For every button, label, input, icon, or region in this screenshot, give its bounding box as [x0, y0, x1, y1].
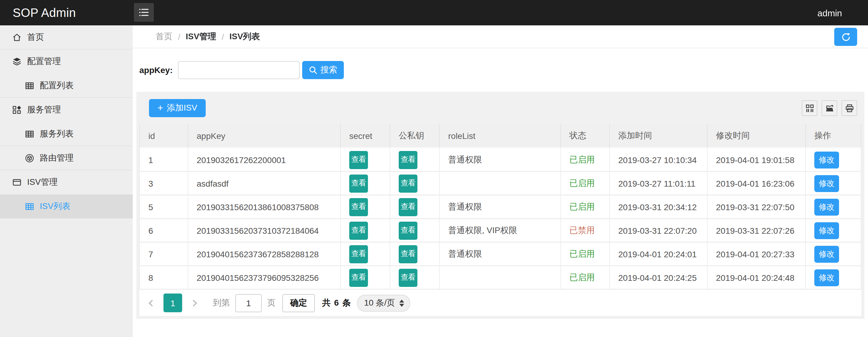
table-row: 7 20190401562373672858288128 查看 查看 普通权限 …: [140, 243, 861, 266]
cell-appkey: 2019032617262200001: [188, 148, 341, 172]
sidebar-item-service-list[interactable]: 服务列表: [0, 122, 133, 146]
column-header-appkey: appKey: [188, 124, 341, 148]
breadcrumb-home[interactable]: 首页: [156, 31, 173, 42]
cell-id: 8: [140, 266, 188, 290]
status-badge: 已启用: [569, 249, 595, 258]
app-title: SOP Admin: [13, 6, 76, 20]
cell-addtime: 2019-04-01 20:24:01: [610, 243, 708, 266]
view-secret-button[interactable]: 查看: [349, 198, 368, 216]
sidebar-item-service-mgmt[interactable]: 服务管理: [0, 98, 133, 122]
edit-button[interactable]: 修改: [814, 198, 839, 215]
view-keys-button[interactable]: 查看: [399, 221, 417, 240]
columns-icon: [805, 104, 814, 113]
add-isv-button[interactable]: + 添加ISV: [149, 99, 206, 117]
edit-button[interactable]: 修改: [814, 151, 839, 168]
cell-updatetime: 2019-04-01 20:24:48: [708, 266, 806, 290]
cell-addtime: 2019-03-31 20:34:12: [610, 196, 708, 219]
page-size-select[interactable]: 10 条/页: [357, 294, 410, 311]
sidebar-item-label: 配置列表: [40, 80, 73, 91]
cell-status: 已启用: [561, 266, 610, 290]
status-badge: 已启用: [569, 178, 595, 188]
cell-status: 已启用: [561, 148, 610, 172]
edit-button[interactable]: 修改: [814, 222, 839, 239]
cell-keys: 查看: [390, 219, 440, 243]
view-secret-button[interactable]: 查看: [349, 269, 368, 287]
view-secret-button[interactable]: 查看: [349, 151, 368, 169]
sidebar-item-isv-mgmt[interactable]: ISV管理: [0, 170, 133, 194]
prev-page-button[interactable]: [146, 293, 158, 312]
app-root: SOP Admin admin 首页: [0, 0, 868, 337]
sidebar-item-home[interactable]: 首页: [0, 25, 133, 50]
sidebar-item-config-list[interactable]: 配置列表: [0, 74, 133, 98]
export-button[interactable]: [822, 100, 837, 116]
confirm-button[interactable]: 确定: [282, 294, 315, 312]
cube-icon: [25, 153, 34, 163]
column-header-status: 状态: [561, 124, 610, 148]
isv-table: id appKey secret 公私钥 roleList 状态 添加时间 修改…: [140, 124, 861, 290]
cell-status: 已启用: [561, 196, 610, 219]
view-secret-button[interactable]: 查看: [349, 174, 368, 192]
appkey-input[interactable]: [178, 61, 300, 79]
search-button[interactable]: 搜索: [302, 61, 344, 79]
column-header-addtime: 添加时间: [610, 124, 708, 148]
next-page-button[interactable]: [188, 293, 200, 312]
current-user[interactable]: admin: [817, 7, 842, 18]
view-keys-button[interactable]: 查看: [399, 174, 417, 192]
cell-status: 已启用: [561, 243, 610, 266]
print-button[interactable]: [841, 100, 857, 116]
export-icon: [825, 104, 834, 113]
search-form: appKey: 搜索: [133, 48, 868, 92]
cell-actions: 修改: [806, 172, 861, 196]
search-icon: [309, 66, 317, 74]
cell-updatetime: 2019-04-01 19:01:58: [708, 148, 806, 172]
edit-button[interactable]: 修改: [814, 175, 839, 192]
view-keys-button[interactable]: 查看: [399, 269, 417, 287]
add-isv-label: 添加ISV: [167, 103, 197, 114]
cell-rolelist: 普通权限: [440, 196, 561, 219]
topbar: SOP Admin admin: [0, 0, 868, 25]
cell-secret: 查看: [341, 266, 390, 290]
table-header-row: id appKey secret 公私钥 roleList 状态 添加时间 修改…: [140, 124, 861, 148]
view-keys-button[interactable]: 查看: [399, 151, 417, 169]
cell-appkey: asdfasdf: [188, 172, 341, 196]
page-1-button[interactable]: 1: [163, 293, 182, 312]
sidebar-toggle-button[interactable]: [134, 3, 154, 22]
cell-appkey: 20190331562037310372184064: [188, 219, 341, 243]
columns-toggle-button[interactable]: [802, 100, 817, 116]
sidebar-item-label: 配置管理: [27, 56, 61, 67]
column-header-id: id: [140, 124, 188, 148]
table-tools: [798, 100, 857, 116]
status-badge: 已禁用: [569, 225, 595, 235]
column-header-actions: 操作: [806, 124, 861, 148]
total-count-label: 共 6 条: [322, 298, 351, 308]
sidebar-item-label: 服务列表: [40, 128, 73, 139]
cell-actions: 修改: [806, 219, 861, 243]
chevron-left-icon: [149, 300, 156, 307]
column-header-rolelist: roleList: [440, 124, 561, 148]
view-secret-button[interactable]: 查看: [349, 221, 368, 240]
window-icon: [12, 177, 22, 187]
breadcrumb-separator: /: [222, 32, 224, 41]
sidebar-item-isv-list[interactable]: ISV列表: [0, 194, 133, 219]
view-keys-button[interactable]: 查看: [399, 245, 417, 263]
cell-rolelist: 普通权限, VIP权限: [440, 219, 561, 243]
table-icon: [25, 129, 34, 139]
cell-status: 已禁用: [561, 219, 610, 243]
cell-addtime: 2019-03-27 10:10:34: [610, 148, 708, 172]
edit-button[interactable]: 修改: [814, 269, 839, 286]
cell-secret: 查看: [341, 172, 390, 196]
page-jump-input[interactable]: [235, 294, 262, 312]
cell-keys: 查看: [390, 148, 440, 172]
cell-id: 7: [140, 243, 188, 266]
goto-label: 到第: [213, 298, 230, 308]
cell-updatetime: 2019-03-31 22:07:50: [708, 196, 806, 219]
edit-button[interactable]: 修改: [814, 246, 839, 262]
refresh-button[interactable]: [834, 28, 857, 46]
sidebar-item-config-mgmt[interactable]: 配置管理: [0, 50, 133, 74]
view-keys-button[interactable]: 查看: [399, 198, 417, 216]
table-panel: + 添加ISV: [136, 92, 864, 319]
table-body: 1 2019032617262200001 查看 查看 普通权限 已启用 201…: [140, 148, 861, 290]
breadcrumb-isv-mgmt[interactable]: ISV管理: [186, 31, 216, 42]
view-secret-button[interactable]: 查看: [349, 245, 368, 263]
sidebar-item-route-mgmt[interactable]: 路由管理: [0, 146, 133, 170]
